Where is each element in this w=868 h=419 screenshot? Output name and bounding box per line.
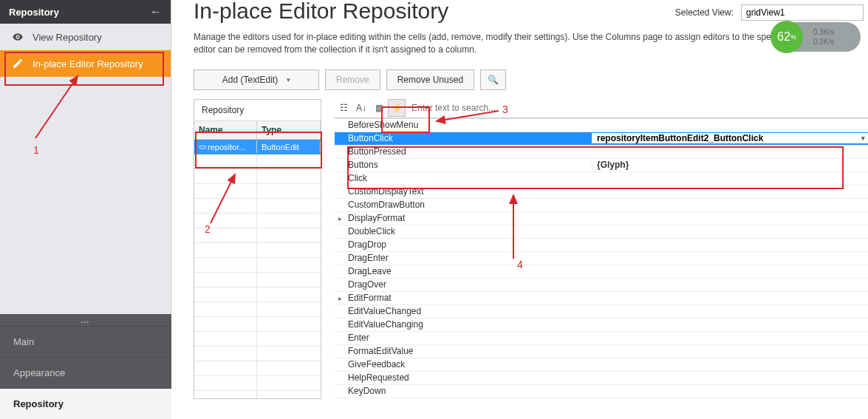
percent-sign: % <box>790 33 796 41</box>
speed-value: 62 <box>777 30 790 44</box>
eye-icon <box>12 31 27 43</box>
property-name: DoubleClick <box>345 226 592 236</box>
property-row[interactable]: ButtonPressed <box>335 146 868 159</box>
property-name: FormatEditValue <box>345 346 592 356</box>
cell-name: ▭repositor... <box>194 140 257 153</box>
property-name: EditFormat <box>345 293 592 303</box>
property-row[interactable]: DragDrop <box>335 239 868 252</box>
sidebar-bottom-nav: … Main Appearance Repository <box>0 314 171 419</box>
property-value-text: {Glyph} <box>597 160 629 170</box>
dropdown-icon[interactable]: ▾ <box>861 134 865 142</box>
search-icon: 🔍 <box>488 75 499 85</box>
add-button[interactable]: Add (TextEdit) <box>194 69 319 90</box>
sidebar-item-label: View Repository <box>33 32 102 43</box>
toolbar: Add (TextEdit) Remove Remove Unused 🔍 <box>194 69 868 90</box>
col-type[interactable]: Type <box>257 121 321 140</box>
categorized-button[interactable]: ☷ <box>335 99 352 117</box>
property-search-input[interactable] <box>406 100 868 116</box>
property-name: BeforeShowMenu <box>345 120 592 130</box>
property-row[interactable]: DragOver <box>335 279 868 292</box>
btn-label: Add (TextEdit) <box>222 75 278 85</box>
selected-view-label: Selected View: <box>675 7 734 18</box>
property-row[interactable]: EditValueChanged <box>335 305 868 318</box>
property-row[interactable]: ▸EditFormat <box>335 292 868 305</box>
sidebar: Repository ← View Repository In-place Ed… <box>0 0 171 419</box>
property-row[interactable]: EditValueChanging <box>335 318 868 332</box>
property-row[interactable]: DragEnter <box>335 252 868 265</box>
property-pages-button[interactable]: ▦ <box>370 99 388 117</box>
property-value[interactable]: {Glyph} <box>592 160 868 170</box>
property-row[interactable]: BeforeShowMenu <box>335 119 868 132</box>
property-name: Click <box>345 173 592 183</box>
property-name: DisplayFormat <box>345 213 592 223</box>
main-content: In-place Editor Repository Selected View… <box>171 0 868 419</box>
sidebar-nav-main[interactable]: Main <box>0 326 171 357</box>
edit-icon <box>12 58 27 69</box>
sidebar-item-inplace-editor[interactable]: In-place Editor Repository <box>0 50 171 77</box>
property-name: ButtonPressed <box>345 146 592 157</box>
speed-readout: 0.3K/s 0.2K/s <box>807 27 834 47</box>
cell-text: repositor... <box>208 143 245 151</box>
property-row[interactable]: ButtonClickrepositoryItemButtonEdit2_But… <box>335 132 868 146</box>
property-name: ButtonClick <box>345 133 592 143</box>
sidebar-nav-repository[interactable]: Repository <box>0 388 171 419</box>
repo-row[interactable]: ▭repositor... ButtonEdit <box>194 140 321 154</box>
property-row[interactable]: Buttons{Glyph} <box>335 159 868 172</box>
events-button[interactable]: ⚡ <box>388 99 406 117</box>
sidebar-item-label: In-place Editor Repository <box>33 58 143 69</box>
remove-unused-button[interactable]: Remove Unused <box>386 69 474 90</box>
selected-view: Selected View: <box>675 4 864 21</box>
search-button[interactable]: 🔍 <box>480 69 506 90</box>
btn-label: Remove Unused <box>397 75 463 85</box>
speed-percent: 62% <box>770 21 803 53</box>
repo-empty-grid <box>194 154 321 398</box>
property-value[interactable]: repositoryItemButtonEdit2_ButtonClick▾ <box>592 133 868 143</box>
remove-button[interactable]: Remove <box>325 69 380 90</box>
property-row[interactable]: Click <box>335 172 868 185</box>
property-row[interactable]: FormatEditValue <box>335 345 868 358</box>
property-row[interactable]: ▸DisplayFormat <box>335 212 868 225</box>
property-row[interactable]: GiveFeedback <box>335 358 868 372</box>
upload-speed: 0.3K/s <box>807 27 834 37</box>
cell-type: ButtonEdit <box>257 141 321 153</box>
property-panel: ☷ A↓ ▦ ⚡ BeforeShowMenuButtonClickreposi… <box>335 99 868 399</box>
nav-label: Appearance <box>13 367 65 378</box>
property-name: DragOver <box>345 279 592 290</box>
property-name: Buttons <box>345 160 592 170</box>
property-row[interactable]: Enter <box>335 332 868 345</box>
expand-icon[interactable]: ▸ <box>335 294 345 302</box>
property-row[interactable]: KeyDown <box>335 385 868 398</box>
property-name: DragLeave <box>345 266 592 276</box>
btn-label: Remove <box>336 75 369 85</box>
property-row[interactable]: DoubleClick <box>335 225 868 239</box>
property-row[interactable]: HelpRequested <box>335 372 868 385</box>
property-value-text: repositoryItemButtonEdit2_ButtonClick <box>597 133 763 143</box>
speed-overlay[interactable]: 62% 0.3K/s 0.2K/s <box>772 22 861 52</box>
property-name: KeyDown <box>345 386 592 396</box>
property-row[interactable]: CustomDisplayText <box>335 185 868 199</box>
repo-table-header: Name Type <box>194 121 321 140</box>
property-name: Enter <box>345 333 592 343</box>
sidebar-nav-appearance[interactable]: Appearance <box>0 357 171 388</box>
property-toolbar: ☷ A↓ ▦ ⚡ <box>335 99 868 118</box>
editor-glyph-icon: ▭ <box>199 142 206 151</box>
property-name: EditValueChanging <box>345 319 592 330</box>
sidebar-header: Repository ← <box>0 0 171 24</box>
back-icon[interactable]: ← <box>150 5 162 18</box>
lightning-icon: ⚡ <box>392 103 403 113</box>
expand-icon[interactable]: ▸ <box>335 214 345 222</box>
repo-panel-title: Repository <box>194 100 321 121</box>
selected-view-input[interactable] <box>741 4 864 21</box>
property-row[interactable]: CustomDrawButton <box>335 199 868 212</box>
property-name: DragEnter <box>345 253 592 263</box>
property-name: DragDrop <box>345 239 592 250</box>
property-name: CustomDisplayText <box>345 186 592 197</box>
property-grid[interactable]: BeforeShowMenuButtonClickrepositoryItemB… <box>335 118 868 398</box>
property-row[interactable]: DragLeave <box>335 265 868 279</box>
sidebar-item-view-repository[interactable]: View Repository <box>0 24 171 50</box>
alphabetical-button[interactable]: A↓ <box>352 99 370 117</box>
download-speed: 0.2K/s <box>807 37 834 47</box>
col-name[interactable]: Name <box>194 121 257 140</box>
sidebar-expand-handle[interactable]: … <box>0 314 171 326</box>
property-name: GiveFeedback <box>345 359 592 369</box>
